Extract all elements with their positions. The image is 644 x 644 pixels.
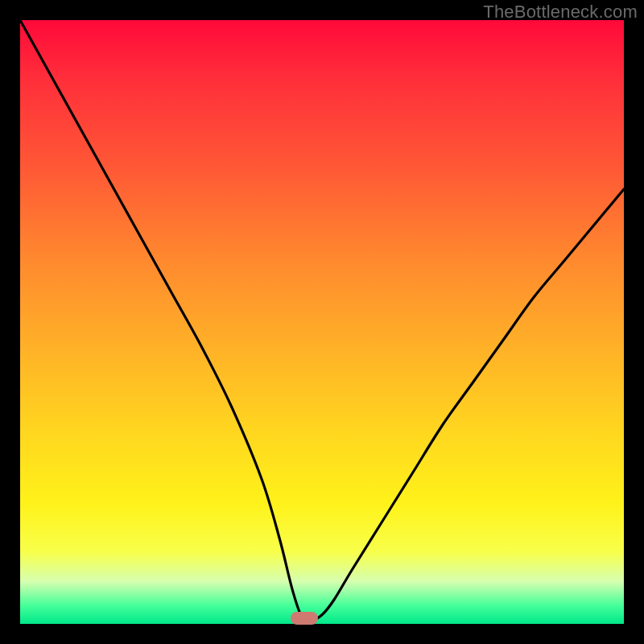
minimum-marker xyxy=(291,612,318,625)
plot-area xyxy=(20,20,624,624)
bottleneck-curve xyxy=(20,20,624,624)
chart-container: TheBottleneck.com xyxy=(0,0,644,644)
